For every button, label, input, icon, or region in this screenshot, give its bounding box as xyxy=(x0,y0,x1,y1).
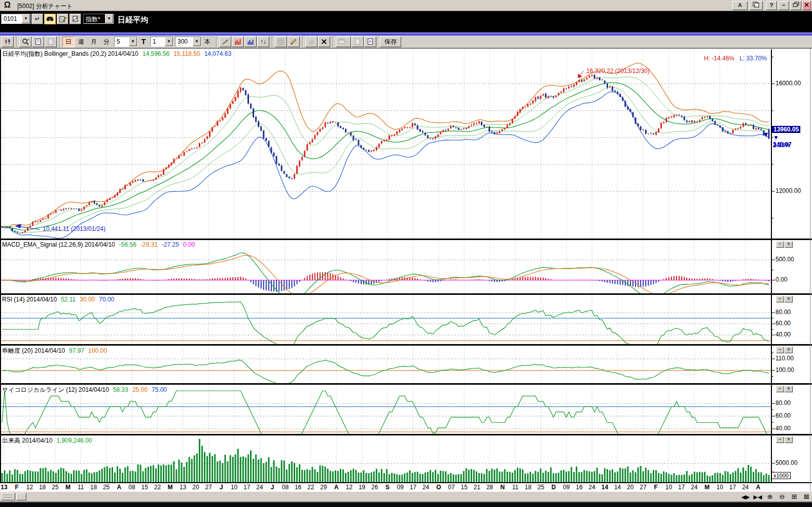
sort-arrows-button[interactable]: ↑↓ xyxy=(257,37,269,47)
period-minute-button[interactable]: 分 xyxy=(100,37,113,47)
svg-text:O: O xyxy=(436,484,441,491)
layout-button[interactable] xyxy=(336,37,351,47)
svg-text:24: 24 xyxy=(256,484,263,491)
svg-text:12: 12 xyxy=(26,484,33,491)
scrollbar-grip[interactable] xyxy=(1,493,15,500)
low-annotation: 10,441.11 (2013/01/24) xyxy=(43,225,105,232)
rsi-minimize-button[interactable]: − xyxy=(776,296,784,302)
divider xyxy=(16,37,17,47)
y-axis-label: 60.00 xyxy=(775,320,791,327)
interval-value: 5 xyxy=(115,37,129,46)
interval-combo[interactable]: 5 ▼ xyxy=(114,37,137,47)
delete-all-button[interactable] xyxy=(318,37,330,47)
psych-close-button[interactable]: × xyxy=(785,386,793,392)
candle-chart-button[interactable] xyxy=(2,37,14,47)
enter-icon: ↵ xyxy=(34,15,40,22)
strike-page-icon xyxy=(72,16,79,22)
svg-text:14: 14 xyxy=(602,484,609,491)
grid-toggle-button[interactable]: ⊞ xyxy=(789,492,799,501)
restore-button[interactable] xyxy=(790,1,801,10)
macd-pane-header: MACD_EMA_Signal (12,26,9) 2014/04/10-56.… xyxy=(2,241,199,248)
rsi-close-button[interactable]: × xyxy=(785,296,793,302)
psych-low-band: 25.00 xyxy=(132,386,148,393)
pencil-icon xyxy=(290,38,297,45)
save-page-button[interactable] xyxy=(351,37,364,47)
svg-text:17: 17 xyxy=(410,484,417,491)
save-button[interactable]: 保存 xyxy=(380,37,401,47)
font-button[interactable]: A xyxy=(732,1,748,10)
svg-text:P: P xyxy=(369,40,372,44)
restore-icon xyxy=(793,2,799,7)
svg-text:18: 18 xyxy=(525,484,532,491)
draw-pencil-button[interactable] xyxy=(288,37,300,47)
x-icon xyxy=(321,39,327,45)
zoom-in-button[interactable]: ⊕ xyxy=(765,492,775,501)
current-price-box: 13960.05 xyxy=(772,126,800,133)
chevron-down-icon[interactable]: ▼ xyxy=(165,37,173,46)
macd-osc-value: -29.31 xyxy=(140,241,158,248)
zoom-tool-button[interactable] xyxy=(19,37,31,47)
count-combo[interactable]: 1 ▼ xyxy=(150,37,173,47)
edit-list-button[interactable] xyxy=(57,14,68,24)
load-page-button[interactable]: P xyxy=(364,37,376,47)
search-button[interactable] xyxy=(44,14,56,24)
help-button[interactable]: ? xyxy=(766,1,777,10)
svg-text:09: 09 xyxy=(563,484,570,491)
category-value: 指数* xyxy=(84,14,105,23)
enter-button[interactable]: ↵ xyxy=(31,14,43,24)
y-axis-label: 110.00 xyxy=(775,355,794,362)
red-histogram-button[interactable] xyxy=(232,37,244,47)
chevron-down-icon[interactable]: ▼ xyxy=(105,14,113,23)
y-axis-label: 5000.00 xyxy=(775,459,797,466)
macd-close-button[interactable]: × xyxy=(785,241,793,248)
price-pct-box: 2.38% xyxy=(773,142,790,149)
svg-text:18: 18 xyxy=(90,484,97,491)
period-week-button[interactable]: 週 xyxy=(75,37,87,47)
bars-combo[interactable]: 300 ▼ xyxy=(175,37,201,47)
minimize-button[interactable]: − xyxy=(778,1,789,10)
chart-canvas[interactable]: 13F121825M111825A081522M132027J101724J08… xyxy=(0,0,812,507)
close-chart-button[interactable]: ⊠ xyxy=(801,492,811,501)
instrument-name: 日経平均 xyxy=(118,15,148,25)
symbol-code-combo[interactable]: 0101 ▼ xyxy=(1,14,30,24)
trendline-tool-button[interactable] xyxy=(219,37,231,47)
page-back-button[interactable] xyxy=(45,37,57,47)
svg-text:25: 25 xyxy=(103,484,110,491)
y-axis-label: 12000.00 xyxy=(775,187,801,194)
blue-histogram-button[interactable] xyxy=(244,37,257,47)
scrollbar-thumb[interactable] xyxy=(16,493,26,500)
collapse-button[interactable]: ▶◀ xyxy=(753,492,763,501)
svg-text:M: M xyxy=(65,484,70,491)
zoom-out-button[interactable]: ⊖ xyxy=(777,492,787,501)
period-month-button[interactable]: 月 xyxy=(88,37,100,47)
copy-window-button[interactable] xyxy=(750,1,763,10)
kairi-close-button[interactable]: × xyxy=(785,347,793,353)
svg-text:28: 28 xyxy=(486,484,493,491)
svg-text:A: A xyxy=(334,484,339,491)
scroll-left-right-button[interactable]: ◀▶ xyxy=(740,492,751,501)
main-pane-title: 日経平均(指数) Bollinger_Bands (20,2) 2014/04/… xyxy=(2,50,138,57)
chevron-down-icon[interactable]: ▼ xyxy=(193,37,201,46)
category-combo[interactable]: 指数* ▼ xyxy=(83,14,114,24)
svg-text:24: 24 xyxy=(589,484,596,491)
psych-high-band: 75.00 xyxy=(152,386,167,393)
kairi-minimize-button[interactable]: − xyxy=(776,347,784,353)
notepad-pencil-icon xyxy=(59,16,66,22)
grid-button[interactable] xyxy=(275,37,287,47)
macd-minimize-button[interactable]: − xyxy=(776,241,784,248)
volume-minimize-button[interactable]: − xyxy=(776,436,784,443)
chevron-down-icon[interactable]: ▼ xyxy=(22,14,30,23)
svg-text:10: 10 xyxy=(665,484,673,491)
t-tool-button[interactable]: T xyxy=(137,37,150,47)
psych-minimize-button[interactable]: − xyxy=(776,386,784,392)
horizontal-scrollbar[interactable]: ◀▶ ▶◀ ⊕ ⊖ ⊞ ⊠ xyxy=(0,491,812,501)
close-button[interactable] xyxy=(802,1,811,10)
volume-close-button[interactable]: × xyxy=(785,436,793,443)
chevron-down-icon[interactable]: ▼ xyxy=(129,37,137,46)
new-page-button[interactable] xyxy=(32,37,44,47)
svg-text:A: A xyxy=(756,484,760,491)
y-axis-label: 80.00 xyxy=(775,309,791,316)
period-day-button[interactable]: 日 xyxy=(62,37,75,47)
eraser-button[interactable] xyxy=(305,37,317,47)
clear-button[interactable] xyxy=(69,14,81,24)
